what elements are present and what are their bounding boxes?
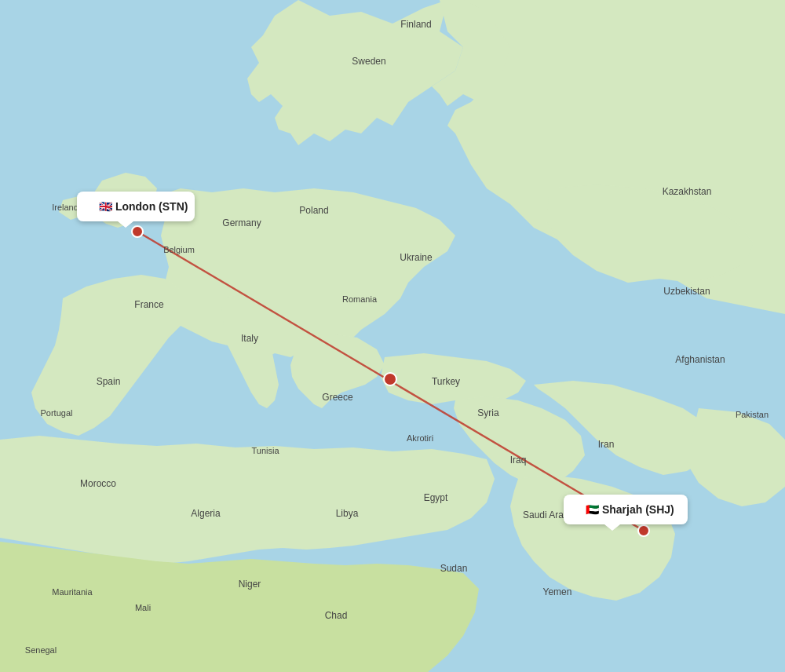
- svg-text:Tunisia: Tunisia: [251, 446, 279, 455]
- svg-text:Senegal: Senegal: [25, 645, 57, 655]
- svg-text:Ireland: Ireland: [52, 203, 78, 212]
- svg-text:Spain: Spain: [97, 376, 121, 387]
- svg-text:Algeria: Algeria: [191, 508, 221, 519]
- svg-text:Iran: Iran: [598, 439, 615, 450]
- svg-point-37: [132, 226, 143, 237]
- svg-text:Mali: Mali: [135, 603, 151, 612]
- svg-text:Italy: Italy: [241, 333, 258, 344]
- svg-text:Uzbekistan: Uzbekistan: [663, 286, 710, 297]
- svg-text:Chad: Chad: [325, 610, 348, 621]
- map-container: Finland Sweden Ireland Belgium Germany P…: [0, 0, 785, 672]
- svg-text:Sudan: Sudan: [440, 563, 468, 574]
- svg-point-39: [384, 373, 396, 385]
- svg-text:Syria: Syria: [477, 407, 499, 418]
- svg-text:Belgium: Belgium: [163, 245, 195, 254]
- svg-text:Sweden: Sweden: [352, 56, 385, 67]
- svg-text:Mauritania: Mauritania: [52, 587, 93, 597]
- svg-text:Pakistan: Pakistan: [736, 410, 769, 419]
- svg-text:Egypt: Egypt: [424, 492, 448, 503]
- svg-text:Ukraine: Ukraine: [400, 252, 433, 263]
- svg-text:🇬🇧 London (STN): 🇬🇧 London (STN): [99, 200, 188, 214]
- svg-text:France: France: [134, 299, 164, 310]
- svg-text:Iraq: Iraq: [510, 455, 527, 466]
- svg-text:Kazakhstan: Kazakhstan: [663, 186, 712, 197]
- svg-text:Akrotiri: Akrotiri: [407, 433, 433, 443]
- svg-text:Finland: Finland: [400, 19, 431, 30]
- svg-text:Turkey: Turkey: [432, 376, 460, 387]
- svg-text:Niger: Niger: [239, 579, 261, 590]
- svg-text:Yemen: Yemen: [543, 586, 572, 597]
- svg-text:Afghanistan: Afghanistan: [675, 354, 725, 365]
- svg-text:Germany: Germany: [222, 217, 261, 228]
- svg-text:Greece: Greece: [322, 392, 353, 403]
- svg-text:Morocco: Morocco: [80, 478, 116, 489]
- svg-text:Portugal: Portugal: [41, 408, 73, 418]
- svg-point-38: [638, 525, 649, 536]
- svg-text:Romania: Romania: [342, 294, 378, 304]
- svg-text:🇦🇪 Sharjah (SHJ): 🇦🇪 Sharjah (SHJ): [586, 503, 674, 517]
- svg-text:Libya: Libya: [336, 508, 359, 519]
- svg-text:Poland: Poland: [299, 205, 328, 216]
